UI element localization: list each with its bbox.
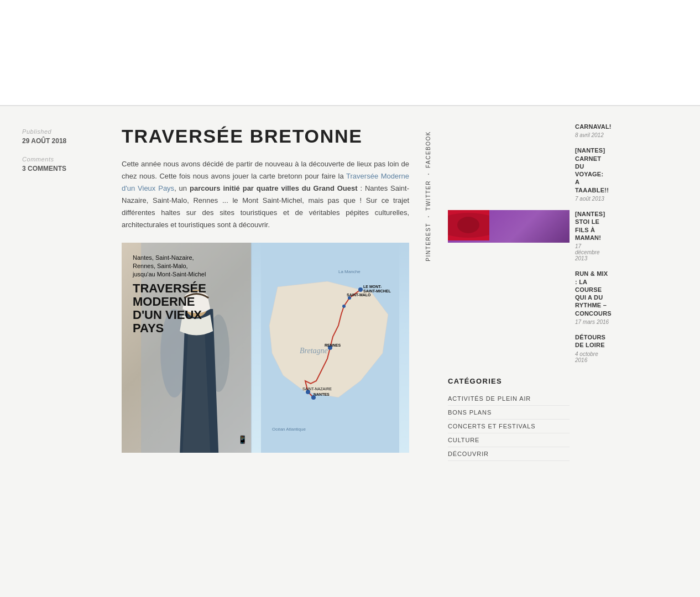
- post-date-run: 17 mars 2016: [575, 319, 612, 325]
- main-content: Published 29 AOÛT 2018 Comments 3 COMMEN…: [0, 106, 700, 478]
- article-image-container: LE MONT- SAINT-MICHEL SAINT-MALO RENNES …: [122, 243, 409, 453]
- left-sidebar: Published 29 AOÛT 2018 Comments 3 COMMEN…: [22, 123, 111, 461]
- svg-text:LE MONT-: LE MONT-: [363, 285, 382, 289]
- post-item: DÉTOURS DE LOIRE 4 octobre 2016: [448, 333, 570, 363]
- category-culture[interactable]: CULTURE: [448, 433, 570, 447]
- published-label: Published: [22, 128, 111, 135]
- map-svg: LE MONT- SAINT-MICHEL SAINT-MALO RENNES …: [251, 243, 409, 453]
- svg-point-21: [457, 217, 479, 233]
- published-date: 29 AOÛT 2018: [22, 137, 111, 145]
- post-item: [NANTES] CARNET DU VOYAGE: A TAAABLE!! 7…: [448, 146, 570, 202]
- post-title-nantes[interactable]: [NANTES] CARNET DU VOYAGE: A TAAABLE!!: [575, 146, 609, 194]
- image-overlay-text: Nantes, Saint-Nazaire,Rennes, Saint-Malo…: [133, 254, 206, 336]
- twitter-label[interactable]: TWITTER: [426, 180, 431, 211]
- category-bons-plans[interactable]: BONS PLANS: [448, 406, 570, 420]
- svg-point-3: [342, 305, 346, 308]
- pinterest-label[interactable]: PINTEREST: [426, 223, 431, 261]
- category-concerts[interactable]: CONCERTS ET FESTIVALS: [448, 420, 570, 433]
- top-header: [0, 0, 700, 105]
- post-title-detours[interactable]: DÉTOURS DE LOIRE: [575, 333, 605, 349]
- post-info: [NANTES] STOI LE FILS À MAMAN! 17 décemb…: [575, 210, 605, 261]
- comments-label: Comments: [22, 156, 111, 163]
- published-section: Published 29 AOÛT 2018: [22, 128, 111, 145]
- post-title-stoi[interactable]: [NANTES] STOI LE FILS À MAMAN!: [575, 210, 605, 242]
- category-activites[interactable]: ACTIVITÉS DE PLEIN AIR: [448, 392, 570, 406]
- post-item: [NANTES] STOI LE FILS À MAMAN! 17 décemb…: [448, 210, 570, 261]
- recent-posts: CARNAVAL! 8 avril 2012 [NANTES] CARNET D…: [448, 123, 570, 363]
- svg-text:Océan Atlantique: Océan Atlantique: [272, 427, 306, 432]
- map-area: LE MONT- SAINT-MICHEL SAINT-MALO RENNES …: [251, 243, 409, 453]
- article-title: TRAVERSÉE BRETONNE: [122, 125, 409, 147]
- bold-text: parcours initié par quatre villes du Gra…: [190, 184, 358, 192]
- image-big-text: TRAVERSÉEMODERNED'UN VIEUXPAYS: [133, 282, 206, 336]
- post-title-carnaval[interactable]: CARNAVAL!: [575, 123, 612, 130]
- post-date-stoi: 17 décembre 2013: [575, 243, 605, 261]
- post-info: DÉTOURS DE LOIRE 4 octobre 2016: [575, 333, 605, 363]
- post-info: RUN & MIX : LA COURSE QUI A DU RYTHME – …: [575, 270, 612, 325]
- article-body: Cette année nous avons décidé de partir …: [122, 158, 409, 232]
- post-info: [NANTES] CARNET DU VOYAGE: A TAAABLE!! 7…: [575, 146, 609, 202]
- article-area: TRAVERSÉE BRETONNE Cette année nous avon…: [122, 123, 409, 461]
- category-decouvrir[interactable]: DÉCOUVRIR: [448, 447, 570, 461]
- comments-section: Comments 3 COMMENTS: [22, 156, 111, 172]
- post-item: RUN & MIX : LA COURSE QUI A DU RYTHME – …: [448, 270, 570, 325]
- post-date-carnaval: 8 avril 2012: [575, 132, 612, 138]
- social-sidebar: FACEBOOK • TWITTER • PINTEREST: [420, 123, 437, 461]
- phone-icon: 📱: [238, 435, 247, 444]
- svg-text:SAINT-MICHEL: SAINT-MICHEL: [363, 289, 391, 293]
- svg-text:La Manche: La Manche: [338, 269, 361, 274]
- social-vertical-wrapper: FACEBOOK • TWITTER • PINTEREST: [426, 125, 431, 461]
- svg-text:Bretagne: Bretagne: [300, 347, 328, 355]
- facebook-label[interactable]: FACEBOOK: [426, 131, 431, 168]
- categories-title: CATÉGORIES: [448, 377, 570, 385]
- svg-point-1: [358, 287, 363, 292]
- stoi-svg: [448, 210, 489, 240]
- svg-text:SAINT-MALO: SAINT-MALO: [347, 293, 371, 297]
- svg-text:NANTES: NANTES: [314, 392, 330, 396]
- right-sidebar: CARNAVAL! 8 avril 2012 [NANTES] CARNET D…: [448, 123, 570, 461]
- categories-section: CATÉGORIES ACTIVITÉS DE PLEIN AIR BONS P…: [448, 377, 570, 461]
- page-wrapper: Published 29 AOÛT 2018 Comments 3 COMMEN…: [0, 0, 700, 588]
- post-title-run[interactable]: RUN & MIX : LA COURSE QUI A DU RYTHME – …: [575, 270, 612, 317]
- post-item: CARNAVAL! 8 avril 2012: [448, 123, 570, 138]
- article-image: LE MONT- SAINT-MICHEL SAINT-MALO RENNES …: [122, 243, 409, 453]
- post-date-detours: 4 octobre 2016: [575, 351, 605, 363]
- comments-value: 3 COMMENTS: [22, 165, 111, 172]
- post-date-nantes: 7 août 2013: [575, 196, 609, 202]
- svg-text:SAINT-NAZAIRE: SAINT-NAZAIRE: [302, 387, 332, 391]
- bottom-area: [0, 478, 700, 588]
- post-info: CARNAVAL! 8 avril 2012: [575, 123, 612, 138]
- image-small-text: Nantes, Saint-Nazaire,Rennes, Saint-Malo…: [133, 254, 206, 279]
- post-thumbnail-stoi[interactable]: [448, 210, 570, 243]
